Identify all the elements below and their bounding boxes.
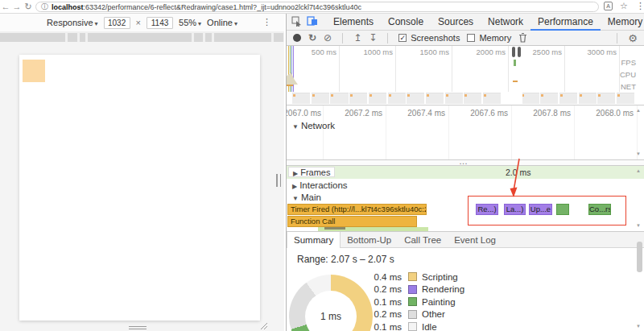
scroll-up-icon[interactable]: ▲ <box>636 168 641 173</box>
scroll-up-icon[interactable]: ▲ <box>636 108 641 113</box>
summary-scrollbar-thumb[interactable] <box>637 242 642 272</box>
frame-duration-label: 2.0 ms <box>506 168 531 177</box>
clear-profile-button[interactable]: ⊘ <box>324 32 332 43</box>
selection-cpu-tick <box>514 60 516 66</box>
legend-swatch-painting <box>408 297 417 306</box>
zoom-select[interactable]: 55%▾ <box>179 18 201 27</box>
device-height-input[interactable]: 1143 <box>147 17 173 29</box>
zoom-value: 55% <box>179 18 196 27</box>
translate-icon[interactable]: A <box>604 2 613 10</box>
reload-icon[interactable]: ↻ <box>23 2 34 12</box>
legend-label: Other <box>422 309 445 319</box>
viewport-resize-handle-bottom[interactable] <box>129 325 147 329</box>
summary-range-label: Range: 2.07 s – 2.07 s <box>297 254 394 265</box>
filmstrip-screenshot-thumb[interactable] <box>540 93 558 104</box>
forward-icon[interactable]: → <box>11 2 23 11</box>
media-query-bar[interactable] <box>194 33 203 42</box>
scroll-down-icon[interactable]: ▼ <box>636 151 641 156</box>
network-section-header[interactable]: ▼Network <box>292 121 335 130</box>
media-query-bar[interactable] <box>205 33 212 42</box>
filmstrip-screenshot-thumb[interactable] <box>597 93 615 104</box>
filmstrip-screenshot-thumb[interactable] <box>388 93 406 104</box>
filmstrip-screenshot-thumb[interactable] <box>292 93 310 104</box>
memory-checkbox[interactable] <box>467 34 475 42</box>
filmstrip-screenshot-thumb[interactable] <box>559 93 577 104</box>
filmstrip-screenshot-thumb[interactable] <box>483 93 501 104</box>
scroll-down-icon[interactable]: ▼ <box>636 324 641 329</box>
browser-toolbar: ← → ↻ ⓘ localhost :63342/performance/6-r… <box>0 0 644 14</box>
record-button[interactable] <box>293 34 301 42</box>
device-mode-select[interactable]: Responsive▾ <box>47 18 98 27</box>
load-profile-button[interactable]: ↥ <box>353 32 361 43</box>
event-timer-fired[interactable]: Timer Fired (http://l...kl7t4c396sktlu40… <box>287 204 427 215</box>
media-query-bar[interactable] <box>80 33 85 42</box>
interactions-section-header[interactable]: ▶Interactions <box>292 180 348 190</box>
selection-handle-right[interactable] <box>518 47 521 57</box>
event-function-call[interactable]: Function Call <box>287 216 417 227</box>
media-query-bar[interactable] <box>214 33 271 42</box>
filmstrip-screenshot-thumb[interactable] <box>407 93 424 104</box>
media-query-strip[interactable] <box>0 31 284 42</box>
tab-network[interactable]: Network <box>481 14 530 31</box>
viewport-resize-handle-corner[interactable] <box>260 322 268 330</box>
tab-performance[interactable]: Performance <box>530 14 601 31</box>
address-bar[interactable]: ⓘ localhost :63342/performance/6-reflect… <box>35 2 599 12</box>
tab-summary[interactable]: Summary <box>287 232 341 248</box>
tab-bottom-up[interactable]: Bottom-Up <box>341 232 398 248</box>
overview-gridline <box>564 46 565 92</box>
browser-menu-icon[interactable]: ⋮ <box>636 1 644 11</box>
tab-sources[interactable]: Sources <box>431 14 481 31</box>
page-info-icon[interactable]: ⓘ <box>41 2 48 12</box>
media-query-bar[interactable] <box>274 33 283 42</box>
filmstrip-screenshot-thumb[interactable] <box>349 93 367 104</box>
pane-divider-handle[interactable] <box>276 174 281 187</box>
filmstrip-screenshot-thumb[interactable] <box>521 93 539 104</box>
frames-track[interactable]: ▶Frames 2.0 ms <box>287 166 644 179</box>
frames-section-header[interactable]: ▶Frames <box>288 167 335 177</box>
trash-icon[interactable] <box>518 32 527 44</box>
screenshots-checkbox[interactable]: ✓ <box>398 34 407 42</box>
main-section-header[interactable]: ▼Main <box>292 192 321 202</box>
scroll-down-icon[interactable]: ▼ <box>636 223 641 228</box>
media-query-bar[interactable] <box>0 33 65 42</box>
timeline-overview[interactable]: 500 ms 1000 ms 1500 ms 2000 ms 2500 ms 3… <box>287 46 644 106</box>
selection-handle-left[interactable] <box>512 47 515 57</box>
tab-console[interactable]: Console <box>381 14 431 31</box>
toggle-device-toolbar-icon[interactable] <box>307 16 318 27</box>
filmstrip-screenshot-thumb[interactable] <box>369 93 386 104</box>
tab-memory[interactable]: Memory <box>601 14 644 31</box>
thumb-orange-square <box>427 94 429 97</box>
filmstrip-screenshot-thumb[interactable] <box>445 93 463 104</box>
save-profile-button[interactable]: ↧ <box>369 32 377 43</box>
back-icon[interactable]: ← <box>0 2 11 11</box>
bookmark-star-icon[interactable]: ☆ <box>620 1 628 11</box>
device-width-input[interactable]: 1032 <box>104 17 130 29</box>
emulated-page-viewport[interactable] <box>19 55 260 321</box>
media-query-bar[interactable] <box>88 33 192 42</box>
tab-elements[interactable]: Elements <box>326 14 381 31</box>
chevron-down-icon: ▾ <box>234 20 237 27</box>
filmstrip-screenshot-thumb[interactable] <box>617 93 634 104</box>
net-activity-dash <box>287 85 293 86</box>
legend-row-painting: 0.1 ms Painting <box>365 296 456 308</box>
thumb-orange-square <box>464 94 467 97</box>
separator <box>387 33 388 43</box>
throttling-select[interactable]: Online▾ <box>207 18 237 27</box>
filmstrip-screenshot-thumb[interactable] <box>426 93 444 104</box>
legend-swatch-idle <box>408 322 417 331</box>
filmstrip-screenshot-thumb[interactable] <box>312 93 329 104</box>
filmstrip-screenshot-thumb[interactable] <box>464 93 481 104</box>
media-query-bar[interactable] <box>68 33 77 42</box>
thumb-orange-square <box>560 94 563 97</box>
triangle-down-icon: ▼ <box>292 195 299 202</box>
filmstrip-screenshot-thumb[interactable] <box>330 93 348 104</box>
pane-splitter[interactable]: … <box>287 159 644 166</box>
capture-settings-gear-icon[interactable]: ⚙ <box>628 32 638 44</box>
interactions-track[interactable]: ▶Interactions <box>287 179 644 192</box>
device-toolbar-menu-icon[interactable]: ⋮ <box>262 17 271 27</box>
reload-and-profile-button[interactable]: ↻ <box>308 32 316 43</box>
filmstrip-screenshot-thumb[interactable] <box>579 93 597 104</box>
inspect-element-icon[interactable] <box>291 16 302 28</box>
tab-event-log[interactable]: Event Log <box>448 232 502 248</box>
tab-call-tree[interactable]: Call Tree <box>398 232 448 248</box>
